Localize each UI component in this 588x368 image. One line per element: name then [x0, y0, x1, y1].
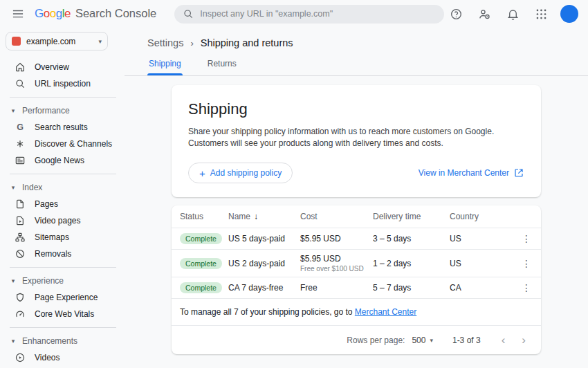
policy-name: US 5 days-paid	[228, 234, 300, 243]
column-header-status: Status	[180, 212, 228, 221]
section-label: Index	[22, 183, 42, 192]
page-range: 1-3 of 3	[452, 335, 481, 345]
sidebar-item-label: Overview	[35, 62, 69, 72]
add-shipping-policy-button[interactable]: + Add shipping policy	[188, 163, 293, 183]
help-button[interactable]	[447, 5, 466, 24]
previous-page-button[interactable]: ‹	[496, 333, 511, 347]
policy-cost: $5.95 USD	[300, 254, 373, 264]
logo-letter: o	[44, 7, 50, 21]
hamburger-icon	[11, 7, 25, 21]
policy-name: US 2 days-paid	[228, 259, 300, 268]
status-badge: Complete	[180, 233, 222, 244]
hamburger-menu-button[interactable]	[8, 4, 28, 24]
sidebar-item-page-experience[interactable]: Page Experience	[6, 289, 125, 306]
plus-icon: +	[199, 167, 205, 179]
table-row: Complete US 2 days-paid $5.95 USDFree ov…	[172, 250, 541, 277]
external-link-icon	[513, 167, 524, 178]
app-logo[interactable]: G o o g l e Search Console	[35, 7, 156, 21]
sidebar-section-enhancements[interactable]: ▾ Enhancements	[6, 333, 125, 349]
sidebar-item-pages[interactable]: Pages	[6, 196, 125, 212]
sitemap-icon	[15, 232, 26, 243]
logo-letter: e	[64, 7, 71, 21]
page-body: example.com ▾ Overview URL inspection ▾ …	[0, 28, 588, 368]
column-header-delivery-time: Delivery time	[373, 212, 450, 221]
column-header-name-label: Name	[228, 212, 250, 221]
divider	[10, 327, 116, 328]
rows-per-page-value: 500	[412, 335, 425, 345]
property-label: example.com	[26, 37, 93, 46]
policy-cost: Free	[300, 283, 373, 293]
gauge-icon	[15, 309, 26, 320]
section-label: Enhancements	[22, 336, 77, 346]
help-icon	[450, 8, 463, 21]
rows-per-page-select[interactable]: 500 ▾	[410, 333, 434, 348]
policy-delivery-time: 3 – 5 days	[373, 234, 450, 243]
sidebar-item-removals[interactable]: Removals	[6, 246, 125, 262]
sidebar: example.com ▾ Overview URL inspection ▾ …	[0, 28, 125, 368]
row-menu-button[interactable]: ⋮	[519, 280, 534, 295]
url-inspect-input[interactable]	[200, 9, 436, 19]
kebab-icon: ⋮	[522, 282, 531, 293]
table-row: Complete US 5 days-paid $5.95 USD 3 – 5 …	[172, 228, 541, 250]
column-header-country: Country	[450, 212, 515, 221]
sidebar-item-core-web-vitals[interactable]: Core Web Vitals	[6, 306, 125, 322]
caret-down-icon: ▾	[10, 107, 17, 114]
video-document-icon	[15, 215, 26, 226]
policy-name: CA 7 days-free	[228, 283, 300, 293]
sidebar-section-experience[interactable]: ▾ Experience	[6, 273, 125, 289]
sidebar-item-search-results[interactable]: G Search results	[6, 119, 125, 136]
sidebar-item-discover[interactable]: Discover & Channels	[6, 136, 125, 152]
row-menu-button[interactable]: ⋮	[519, 231, 534, 246]
policy-country: US	[450, 234, 515, 243]
policy-country: CA	[450, 283, 515, 293]
property-selector[interactable]: example.com ▾	[6, 32, 108, 50]
shipping-info-card: Shipping Share your shipping policy info…	[172, 85, 541, 197]
account-avatar[interactable]	[560, 5, 578, 23]
divider	[10, 97, 116, 98]
next-page-button[interactable]: ›	[516, 333, 531, 347]
sidebar-item-label: Page Experience	[35, 293, 98, 302]
sidebar-item-videos[interactable]: Videos	[6, 349, 125, 366]
sidebar-item-google-news[interactable]: Google News	[6, 152, 125, 169]
sort-descending-icon: ↓	[254, 212, 258, 221]
tab-bar: Shipping Returns	[125, 57, 588, 76]
sidebar-section-index[interactable]: ▾ Index	[6, 179, 125, 196]
content-area: Shipping Share your shipping policy info…	[125, 76, 588, 368]
notifications-button[interactable]	[504, 5, 522, 24]
table-footnote: To manage all 7 of your shipping policie…	[172, 299, 541, 326]
bell-icon	[506, 8, 520, 21]
table-row: Complete CA 7 days-free Free 5 – 7 days …	[172, 277, 541, 299]
caret-down-icon: ▾	[10, 338, 17, 344]
sidebar-item-overview[interactable]: Overview	[6, 59, 125, 75]
google-apps-button[interactable]	[532, 5, 551, 24]
block-icon	[15, 248, 26, 259]
sidebar-item-video-pages[interactable]: Video pages	[6, 212, 125, 229]
sidebar-item-sitemaps[interactable]: Sitemaps	[6, 229, 125, 246]
sidebar-item-label: Google News	[35, 156, 84, 165]
kebab-icon: ⋮	[522, 233, 531, 244]
sidebar-item-label: Videos	[35, 353, 59, 362]
row-menu-button[interactable]: ⋮	[519, 256, 534, 271]
document-icon	[15, 199, 26, 210]
merchant-center-link[interactable]: Merchant Center	[355, 307, 416, 317]
manage-users-button[interactable]	[475, 5, 494, 24]
topbar-actions	[447, 5, 578, 24]
logo-letter: g	[56, 7, 62, 21]
kebab-icon: ⋮	[522, 258, 531, 269]
section-label: Experience	[22, 276, 64, 286]
main-content: Settings › Shipping and returns Shipping…	[125, 28, 588, 368]
sidebar-item-url-inspection[interactable]: URL inspection	[6, 75, 125, 92]
policy-delivery-time: 1 – 2 days	[373, 259, 450, 268]
breadcrumb-settings-link[interactable]: Settings	[147, 37, 183, 48]
sidebar-nav: Overview URL inspection ▾ Performance G …	[6, 59, 125, 368]
rows-per-page-label: Rows per page:	[347, 335, 405, 345]
shipping-actions: + Add shipping policy View in Merchant C…	[188, 163, 524, 183]
tab-returns[interactable]: Returns	[206, 57, 238, 75]
sidebar-item-label: Search results	[35, 122, 88, 132]
column-header-name[interactable]: Name ↓	[228, 212, 300, 221]
column-header-cost: Cost	[300, 212, 373, 221]
url-inspect-searchbox[interactable]	[174, 5, 444, 24]
tab-shipping[interactable]: Shipping	[147, 57, 183, 75]
sidebar-section-performance[interactable]: ▾ Performance	[6, 102, 125, 119]
view-in-merchant-center-link[interactable]: View in Merchant Center	[419, 167, 524, 178]
